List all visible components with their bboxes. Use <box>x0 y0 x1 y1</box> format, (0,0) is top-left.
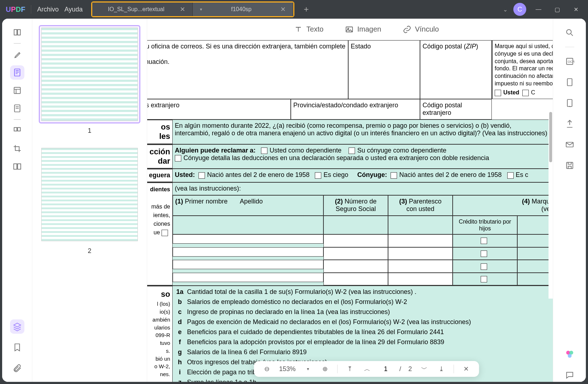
user-avatar[interactable]: C <box>513 3 526 16</box>
prev-page-icon[interactable]: ︿ <box>362 365 372 373</box>
minimize-icon[interactable]: — <box>532 6 545 13</box>
tab-2-dropdown-icon[interactable]: ▾ <box>200 7 202 12</box>
tool-link[interactable]: Vínculo <box>403 25 439 34</box>
menu-file[interactable]: Archivo <box>37 6 59 13</box>
usted-lbl: Usted: <box>175 171 195 178</box>
tool-text[interactable]: Texto <box>294 25 323 34</box>
menu-help[interactable]: Ayuda <box>65 6 83 13</box>
estado-label: Estado <box>351 43 371 50</box>
edit-icon[interactable] <box>10 65 24 80</box>
protect-icon[interactable] <box>563 96 577 110</box>
email-icon[interactable] <box>563 138 577 151</box>
sect-les: les <box>159 132 170 141</box>
ciego-checkbox[interactable] <box>315 172 321 179</box>
layers-icon[interactable] <box>10 319 24 334</box>
usted-label: Usted <box>503 89 519 95</box>
dep-r1-hijos-checkbox[interactable] <box>481 238 487 244</box>
esc: Es c <box>516 171 528 178</box>
nes: nes. <box>160 371 170 377</box>
page-total: 2 <box>409 365 412 373</box>
tool-image-label: Imagen <box>357 25 381 33</box>
nacio1-checkbox[interactable] <box>199 172 205 179</box>
thumbnail-1[interactable] <box>39 25 140 123</box>
nacio2-checkbox[interactable] <box>391 172 397 179</box>
tab-2-title: f1040sp <box>209 6 273 13</box>
tuvo: tuvo <box>160 340 170 346</box>
nacio2: Nació antes del 2 de enero de 1958 <box>399 171 501 178</box>
usted-dep-checkbox[interactable] <box>261 147 267 154</box>
close-window-icon[interactable]: ✕ <box>569 6 582 13</box>
zoom-dropdown-icon[interactable]: ▾ <box>303 366 313 371</box>
save-icon[interactable] <box>563 159 577 172</box>
nacio1: Nació antes del 2 de enero de 1958 <box>207 171 309 178</box>
app-logo: UPDF <box>6 5 25 14</box>
svg-rect-15 <box>566 162 573 168</box>
compare-icon[interactable] <box>10 159 24 174</box>
add-tab-icon[interactable]: + <box>300 4 312 14</box>
dep-r4-hijos-checkbox[interactable] <box>481 276 487 282</box>
dep-r3-hijos-checkbox[interactable] <box>481 263 487 270</box>
tab-1[interactable]: IO_SL_Sup...ertextual ✕ <box>92 3 193 16</box>
col1b: Apellido <box>240 198 263 205</box>
los: l (los) <box>157 301 170 307</box>
page-input[interactable] <box>379 365 392 373</box>
next-page-icon[interactable]: ﹀ <box>419 365 429 373</box>
attachment-icon[interactable] <box>10 361 24 375</box>
sect-ccion: cción <box>150 147 170 156</box>
document-viewport[interactable]: , pueblo u oficina de correos. Si es una… <box>147 40 553 382</box>
tool-link-label: Vínculo <box>415 25 439 33</box>
conyuge-dep-checkbox[interactable] <box>349 147 355 154</box>
pdf-page: , pueblo u oficina de correos. Si es una… <box>147 40 553 382</box>
crop-icon[interactable] <box>10 141 24 156</box>
bookmark-icon[interactable] <box>10 340 24 355</box>
tab-2-close-icon[interactable]: ✕ <box>280 5 286 13</box>
sect-dar: dar <box>158 156 170 165</box>
form-icon[interactable] <box>10 101 24 116</box>
ue-checkbox[interactable] <box>162 230 168 236</box>
search-icon[interactable] <box>563 26 577 39</box>
tambien: ambién <box>153 317 170 323</box>
usted-dep: Usted como dependiente <box>270 147 341 154</box>
share-icon[interactable] <box>563 117 577 131</box>
page-display-icon[interactable] <box>563 75 577 89</box>
zoom-in-icon[interactable]: ⊕ <box>320 365 330 373</box>
left-toolbar <box>2 19 32 382</box>
vertical-scrollbar[interactable] <box>549 112 553 299</box>
marque1: Marque aquí si usted, o <box>495 43 553 50</box>
eguera: eguera <box>149 172 170 179</box>
tab-1-title: IO_SL_Sup...ertextual <box>99 6 173 13</box>
close-nav-icon[interactable]: ✕ <box>461 365 471 373</box>
thumbnail-panel: 1 2 <box>32 19 147 382</box>
thumbnail-2[interactable] <box>39 145 140 244</box>
sect-os: os <box>161 122 170 131</box>
maximize-icon[interactable]: ▢ <box>551 6 564 13</box>
ocr-icon[interactable]: OCR <box>563 55 577 68</box>
annotate-icon[interactable] <box>10 47 24 62</box>
separator <box>14 119 21 120</box>
titlebar: UPDF Archivo Ayuda IO_SL_Sup...ertextual… <box>0 0 588 19</box>
updf-color-icon[interactable] <box>563 347 577 361</box>
tab-2[interactable]: ▾ f1040sp ✕ <box>193 3 293 16</box>
tool-image[interactable]: Imagen <box>345 25 381 34</box>
separator <box>14 43 21 44</box>
organize-pages-icon[interactable] <box>10 83 24 98</box>
c-checkbox[interactable] <box>522 90 529 96</box>
first-page-icon[interactable]: ⤒ <box>345 365 355 373</box>
esc-checkbox[interactable] <box>507 172 514 179</box>
foreign-zip: Código postal extranjero <box>423 102 462 117</box>
tabs-overflow-icon[interactable]: ⌄ <box>503 6 508 13</box>
marque5: continuación no afectará <box>495 72 553 80</box>
zoom-out-icon[interactable]: ⊖ <box>262 365 272 373</box>
last-page-icon[interactable]: ⤓ <box>437 365 447 373</box>
reader-mode-icon[interactable] <box>10 25 24 39</box>
tab-1-close-icon[interactable]: ✕ <box>180 5 185 13</box>
marque4: fondo. El marcar un recu <box>495 65 553 72</box>
conyuge-det-checkbox[interactable] <box>175 155 181 161</box>
ios: io(s) <box>160 309 170 315</box>
ue: ue <box>154 229 160 235</box>
conyuge-det: Cónyuge detalla las deducciones en una d… <box>183 154 489 161</box>
dep-r2-hijos-checkbox[interactable] <box>481 250 487 257</box>
usted-checkbox[interactable] <box>495 90 501 96</box>
chat-icon[interactable] <box>563 368 577 382</box>
pages-panel-icon[interactable] <box>10 123 24 138</box>
